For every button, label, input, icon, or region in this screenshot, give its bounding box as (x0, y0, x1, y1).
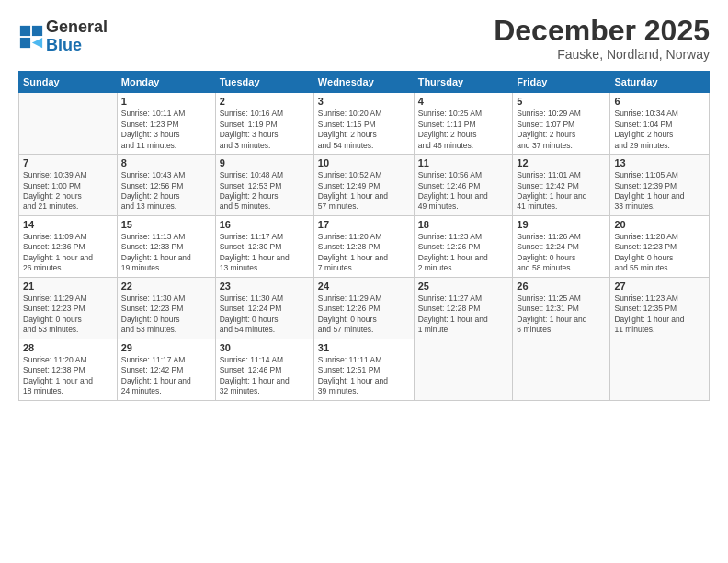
calendar-header-row: SundayMondayTuesdayWednesdayThursdayFrid… (19, 72, 710, 93)
day-info: Sunrise: 10:20 AM Sunset: 1:15 PM Daylig… (318, 109, 410, 151)
calendar-table: SundayMondayTuesdayWednesdayThursdayFrid… (18, 71, 710, 400)
svg-rect-2 (20, 38, 30, 48)
day-number: 25 (418, 281, 509, 292)
calendar-cell: 2Sunrise: 10:16 AM Sunset: 1:19 PM Dayli… (215, 93, 313, 155)
day-number: 29 (121, 342, 211, 353)
calendar-cell: 6Sunrise: 10:34 AM Sunset: 1:04 PM Dayli… (610, 93, 710, 155)
calendar-cell: 23Sunrise: 11:30 AM Sunset: 12:24 PM Day… (215, 277, 313, 339)
day-number: 11 (418, 157, 509, 168)
header-thursday: Thursday (414, 72, 513, 93)
calendar-cell: 8Sunrise: 10:43 AM Sunset: 12:56 PM Dayl… (117, 155, 215, 216)
calendar-cell: 26Sunrise: 11:25 AM Sunset: 12:31 PM Day… (513, 277, 610, 339)
calendar-cell: 4Sunrise: 10:25 AM Sunset: 1:11 PM Dayli… (414, 93, 513, 155)
day-info: Sunrise: 10:11 AM Sunset: 1:23 PM Daylig… (121, 109, 211, 151)
calendar-cell (513, 339, 610, 400)
day-number: 22 (121, 281, 211, 292)
day-number: 14 (23, 219, 113, 230)
calendar-week-row: 28Sunrise: 11:20 AM Sunset: 12:38 PM Day… (19, 339, 710, 400)
day-info: Sunrise: 11:14 AM Sunset: 12:46 PM Dayli… (220, 355, 310, 397)
calendar-cell: 30Sunrise: 11:14 AM Sunset: 12:46 PM Day… (215, 339, 313, 400)
day-info: Sunrise: 11:25 AM Sunset: 12:31 PM Dayli… (517, 293, 606, 336)
calendar-cell: 21Sunrise: 11:29 AM Sunset: 12:23 PM Day… (19, 277, 118, 339)
day-info: Sunrise: 10:52 AM Sunset: 12:49 PM Dayli… (318, 170, 410, 213)
calendar-cell: 3Sunrise: 10:20 AM Sunset: 1:15 PM Dayli… (313, 93, 414, 155)
day-number: 10 (318, 157, 410, 168)
svg-marker-3 (32, 38, 42, 48)
calendar-cell: 31Sunrise: 11:11 AM Sunset: 12:51 PM Day… (313, 339, 414, 400)
day-info: Sunrise: 11:30 AM Sunset: 12:23 PM Dayli… (121, 293, 211, 336)
day-number: 26 (517, 281, 606, 292)
calendar-cell: 25Sunrise: 11:27 AM Sunset: 12:28 PM Day… (414, 277, 513, 339)
day-info: Sunrise: 11:30 AM Sunset: 12:24 PM Dayli… (220, 293, 310, 336)
calendar-cell: 11Sunrise: 10:56 AM Sunset: 12:46 PM Day… (414, 155, 513, 216)
day-number: 27 (614, 281, 705, 292)
day-number: 21 (23, 281, 113, 292)
calendar-cell: 28Sunrise: 11:20 AM Sunset: 12:38 PM Day… (19, 339, 118, 400)
day-info: Sunrise: 11:29 AM Sunset: 12:23 PM Dayli… (23, 293, 113, 336)
day-number: 8 (121, 157, 211, 168)
day-number: 16 (220, 219, 310, 230)
calendar-cell: 14Sunrise: 11:09 AM Sunset: 12:36 PM Day… (19, 215, 118, 277)
day-number: 28 (23, 342, 113, 353)
calendar-cell (610, 339, 710, 400)
calendar-cell: 5Sunrise: 10:29 AM Sunset: 1:07 PM Dayli… (513, 93, 610, 155)
calendar-cell (19, 93, 118, 155)
calendar-cell (414, 339, 513, 400)
logo: General Blue (18, 18, 108, 55)
day-number: 23 (220, 281, 310, 292)
location-title: Fauske, Nordland, Norway (494, 47, 710, 62)
month-title: December 2025 (494, 15, 710, 47)
day-number: 15 (121, 219, 211, 230)
calendar-week-row: 7Sunrise: 10:39 AM Sunset: 1:00 PM Dayli… (19, 155, 710, 216)
day-number: 17 (318, 219, 410, 230)
header-tuesday: Tuesday (215, 72, 313, 93)
calendar-cell: 10Sunrise: 10:52 AM Sunset: 12:49 PM Day… (313, 155, 414, 216)
calendar-cell: 19Sunrise: 11:26 AM Sunset: 12:24 PM Day… (513, 215, 610, 277)
title-area: December 2025 Fauske, Nordland, Norway (494, 15, 710, 62)
calendar-week-row: 21Sunrise: 11:29 AM Sunset: 12:23 PM Day… (19, 277, 710, 339)
calendar-cell: 17Sunrise: 11:20 AM Sunset: 12:28 PM Day… (313, 215, 414, 277)
day-number: 2 (220, 96, 310, 107)
day-number: 20 (614, 219, 705, 230)
day-info: Sunrise: 10:25 AM Sunset: 1:11 PM Daylig… (418, 109, 509, 151)
day-info: Sunrise: 10:34 AM Sunset: 1:04 PM Daylig… (614, 109, 705, 151)
header-friday: Friday (513, 72, 610, 93)
day-number: 7 (23, 157, 113, 168)
day-info: Sunrise: 11:13 AM Sunset: 12:33 PM Dayli… (121, 232, 211, 274)
page: General Blue December 2025 Fauske, Nordl… (0, 0, 728, 563)
day-info: Sunrise: 11:01 AM Sunset: 12:42 PM Dayli… (517, 170, 606, 213)
header-saturday: Saturday (610, 72, 710, 93)
day-info: Sunrise: 11:27 AM Sunset: 12:28 PM Dayli… (418, 293, 509, 336)
calendar-cell: 1Sunrise: 10:11 AM Sunset: 1:23 PM Dayli… (117, 93, 215, 155)
calendar-cell: 22Sunrise: 11:30 AM Sunset: 12:23 PM Day… (117, 277, 215, 339)
day-number: 24 (318, 281, 410, 292)
day-number: 3 (318, 96, 410, 107)
day-number: 9 (220, 157, 310, 168)
day-info: Sunrise: 10:56 AM Sunset: 12:46 PM Dayli… (418, 170, 509, 213)
day-info: Sunrise: 11:23 AM Sunset: 12:26 PM Dayli… (418, 232, 509, 274)
day-info: Sunrise: 11:29 AM Sunset: 12:26 PM Dayli… (318, 293, 410, 336)
day-number: 1 (121, 96, 211, 107)
calendar-week-row: 1Sunrise: 10:11 AM Sunset: 1:23 PM Dayli… (19, 93, 710, 155)
day-number: 6 (614, 96, 705, 107)
header: General Blue December 2025 Fauske, Nordl… (18, 15, 710, 62)
calendar-cell: 16Sunrise: 11:17 AM Sunset: 12:30 PM Day… (215, 215, 313, 277)
calendar-cell: 15Sunrise: 11:13 AM Sunset: 12:33 PM Day… (117, 215, 215, 277)
calendar-cell: 13Sunrise: 11:05 AM Sunset: 12:39 PM Day… (610, 155, 710, 216)
header-sunday: Sunday (19, 72, 118, 93)
header-wednesday: Wednesday (313, 72, 414, 93)
calendar-cell: 7Sunrise: 10:39 AM Sunset: 1:00 PM Dayli… (19, 155, 118, 216)
day-info: Sunrise: 11:20 AM Sunset: 12:28 PM Dayli… (318, 232, 410, 274)
calendar-week-row: 14Sunrise: 11:09 AM Sunset: 12:36 PM Day… (19, 215, 710, 277)
day-info: Sunrise: 11:05 AM Sunset: 12:39 PM Dayli… (614, 170, 705, 213)
day-number: 18 (418, 219, 509, 230)
day-info: Sunrise: 11:17 AM Sunset: 12:30 PM Dayli… (220, 232, 310, 274)
day-number: 5 (517, 96, 606, 107)
day-info: Sunrise: 11:09 AM Sunset: 12:36 PM Dayli… (23, 232, 113, 274)
day-info: Sunrise: 10:43 AM Sunset: 12:56 PM Dayli… (121, 170, 211, 213)
calendar-cell: 12Sunrise: 11:01 AM Sunset: 12:42 PM Day… (513, 155, 610, 216)
logo-text: General Blue (46, 18, 108, 55)
day-info: Sunrise: 11:17 AM Sunset: 12:42 PM Dayli… (121, 355, 211, 397)
day-number: 31 (318, 342, 410, 353)
day-number: 12 (517, 157, 606, 168)
